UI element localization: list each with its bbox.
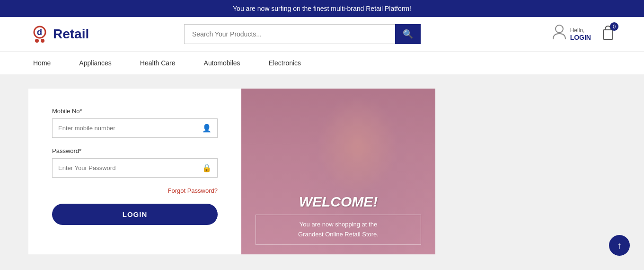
mobile-label: Mobile No* [52, 108, 218, 115]
cart-badge: 0 [610, 22, 618, 31]
mobile-input[interactable] [58, 125, 202, 132]
search-icon: 🔍 [403, 29, 413, 39]
nav-item-home[interactable]: Home [28, 52, 55, 74]
nav-item-healthcare[interactable]: Health Care [135, 52, 180, 74]
main-content: Mobile No* 👤 Password* 🔒 Forgot Password… [0, 74, 644, 269]
header: d Retail 🔍 Hello, LOGIN [0, 17, 644, 51]
mobile-input-wrap: 👤 [52, 118, 218, 138]
password-input[interactable] [58, 164, 202, 171]
password-input-wrap: 🔒 [52, 158, 218, 178]
login-button[interactable]: LOGIN [52, 204, 218, 225]
login-form-container: Mobile No* 👤 Password* 🔒 Forgot Password… [28, 89, 241, 254]
person-icon: 👤 [202, 124, 212, 133]
password-group: Password* 🔒 [52, 147, 218, 178]
welcome-subtitle: You are now shopping at the Grandest Onl… [264, 220, 413, 240]
welcome-title: WELCOME! [256, 194, 421, 210]
arrow-up-icon: ↑ [617, 240, 622, 251]
hello-label: Hello, [570, 27, 591, 34]
password-label: Password* [52, 147, 218, 154]
nav-item-automobiles[interactable]: Automobiles [199, 52, 245, 74]
user-text: Hello, LOGIN [570, 27, 591, 41]
promo-image-section: WELCOME! You are now shopping at the Gra… [241, 89, 435, 254]
user-icon [552, 24, 566, 44]
svg-point-2 [35, 39, 39, 43]
login-link[interactable]: LOGIN [570, 34, 591, 41]
top-banner: You are now surfing on the finest multi-… [0, 0, 644, 17]
search-area: 🔍 [184, 24, 421, 44]
welcome-subtitle-box: You are now shopping at the Grandest Onl… [256, 215, 421, 245]
logo-area: d Retail [28, 23, 114, 45]
nav: Home Appliances Health Care Automobiles … [0, 51, 644, 74]
logo-text: Retail [53, 27, 89, 42]
user-info[interactable]: Hello, LOGIN [552, 24, 591, 44]
user-area: Hello, LOGIN 0 [552, 24, 616, 45]
svg-point-3 [41, 39, 44, 43]
mobile-group: Mobile No* 👤 [52, 108, 218, 138]
welcome-text-area: WELCOME! You are now shopping at the Gra… [256, 194, 421, 245]
scroll-top-button[interactable]: ↑ [609, 235, 630, 256]
svg-rect-5 [603, 30, 613, 39]
forgot-password-link[interactable]: Forgot Password? [52, 187, 218, 194]
banner-text: You are now surfing on the finest multi-… [233, 5, 411, 12]
nav-item-appliances[interactable]: Appliances [74, 52, 116, 74]
search-input[interactable] [184, 24, 395, 44]
nav-item-electronics[interactable]: Electronics [264, 52, 306, 74]
cart-area[interactable]: 0 [600, 24, 616, 45]
lock-icon: 🔒 [202, 163, 212, 172]
search-button[interactable]: 🔍 [395, 24, 421, 44]
svg-text:d: d [37, 27, 42, 37]
svg-point-4 [556, 25, 563, 33]
logo-icon: d [28, 23, 51, 45]
